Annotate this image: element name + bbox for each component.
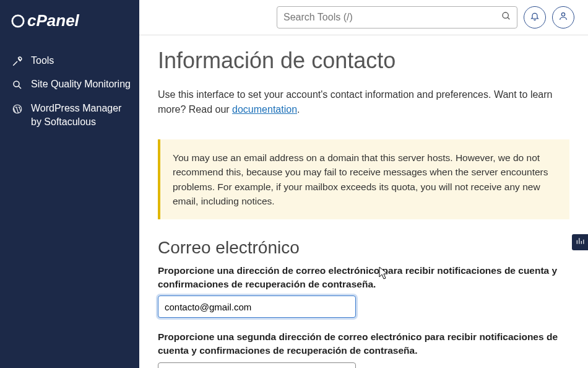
magnifier-icon <box>11 79 24 91</box>
logo-text: cPanel <box>27 11 79 30</box>
user-icon <box>558 11 568 24</box>
header <box>139 0 588 35</box>
svg-point-0 <box>12 15 24 26</box>
logo[interactable]: cPanel <box>11 11 139 30</box>
email2-label: Proporcione una segunda dirección de cor… <box>158 330 569 357</box>
sidebar-item-label: Tools <box>31 54 60 68</box>
wordpress-icon <box>11 103 24 115</box>
chart-icon <box>576 237 584 248</box>
content: Información de contacto Use this interfa… <box>139 35 588 368</box>
wrench-icon <box>11 55 24 68</box>
bell-icon <box>530 11 540 24</box>
page-title: Información de contacto <box>158 48 569 74</box>
sidebar: cPanel Tools Site Quality Monitoring Wor… <box>0 0 139 368</box>
sidebar-item-label: WordPress Manager by Softaculous <box>31 102 139 129</box>
account-button[interactable] <box>552 6 574 28</box>
email2-input[interactable] <box>158 362 356 368</box>
search-wrap <box>277 6 517 28</box>
warning-box: You may use an email address on a domain… <box>158 139 569 219</box>
notifications-button[interactable] <box>524 6 546 28</box>
svg-point-1 <box>14 81 19 87</box>
search-input[interactable] <box>277 6 517 28</box>
intro-text: Use this interface to set your account's… <box>158 87 569 117</box>
warning-text: You may use an email address on a domain… <box>173 152 548 206</box>
email1-label: Proporcione una dirección de correo elec… <box>158 264 569 291</box>
sidebar-item-label: Site Quality Monitoring <box>31 77 137 91</box>
svg-point-3 <box>503 12 508 18</box>
sidebar-item-wordpress[interactable]: WordPress Manager by Softaculous <box>11 97 139 134</box>
email1-input[interactable] <box>158 296 356 318</box>
documentation-link[interactable]: documentation <box>232 104 297 115</box>
main: Información de contacto Use this interfa… <box>139 0 588 368</box>
intro-prefix: Use this interface to set your account's… <box>158 89 552 115</box>
sidebar-item-tools[interactable]: Tools <box>11 49 139 72</box>
stats-tab[interactable] <box>572 234 588 250</box>
sidebar-item-site-quality[interactable]: Site Quality Monitoring <box>11 72 139 96</box>
intro-suffix: . <box>297 104 300 115</box>
email-heading: Correo electrónico <box>158 238 569 258</box>
svg-point-4 <box>561 13 564 16</box>
search-icon <box>501 11 511 24</box>
